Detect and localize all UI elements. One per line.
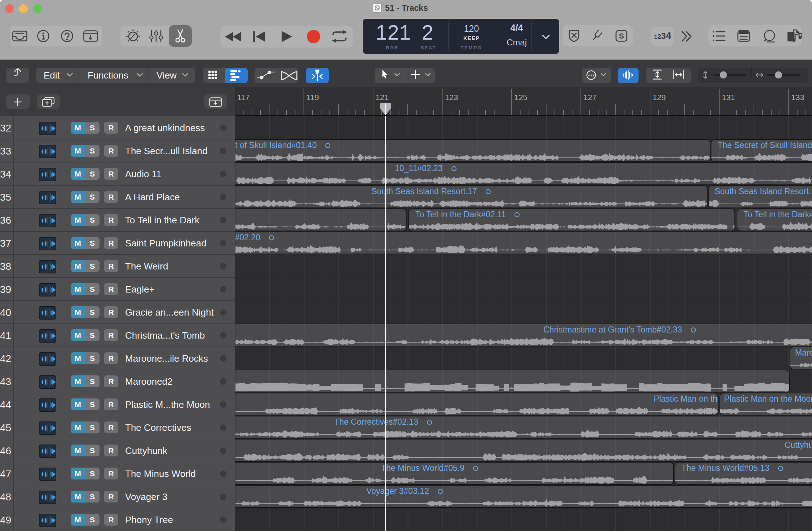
svg-text:125: 125	[514, 93, 528, 102]
svg-text:123: 123	[445, 93, 458, 102]
svg-text:129: 129	[653, 93, 666, 102]
svg-text:117: 117	[237, 93, 250, 102]
svg-text:133: 133	[791, 93, 804, 102]
svg-text:127: 127	[583, 93, 597, 102]
svg-text:121: 121	[376, 93, 389, 102]
svg-text:119: 119	[306, 93, 319, 102]
svg-text:131: 131	[722, 93, 735, 102]
svg-text:S: S	[619, 32, 624, 40]
